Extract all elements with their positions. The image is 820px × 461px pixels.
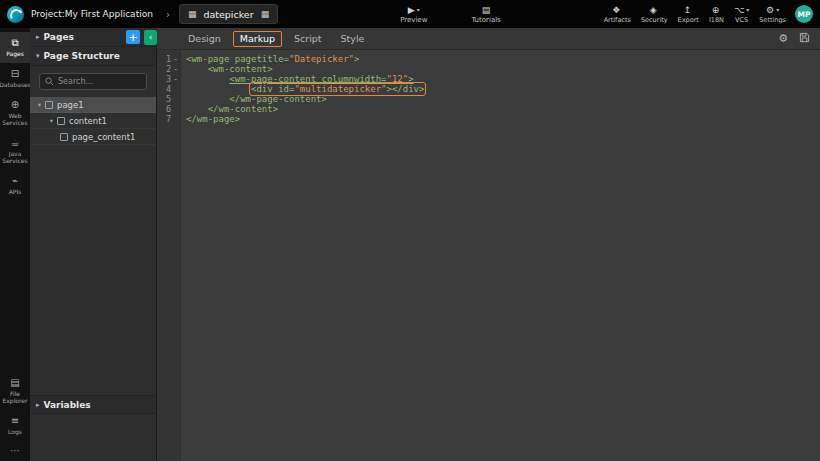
line-number: 6	[166, 104, 178, 114]
search-input[interactable]	[58, 77, 141, 86]
tree-item-label: page1	[57, 100, 84, 110]
widget-icon	[57, 117, 65, 125]
rail-item-java-services[interactable]: ☕ Java Services	[0, 132, 30, 170]
security-button[interactable]: ◈ Security	[641, 5, 668, 24]
rail-item-logs[interactable]: ≡ Logs	[0, 410, 30, 441]
code-line[interactable]: </wm-page-content>	[186, 94, 820, 104]
code-line[interactable]: </wm-content>	[186, 104, 820, 114]
rail-item-web-services[interactable]: ⊕ Web Services	[0, 94, 30, 132]
code-line[interactable]: <wm-page-content columnwidth="12">	[186, 74, 820, 84]
pages-section-title: Pages	[44, 32, 74, 42]
apps-grid-icon[interactable]: ▦	[261, 10, 270, 19]
tab-script[interactable]: Script	[287, 31, 329, 47]
rail-item-apis[interactable]: ⌁ APIs	[0, 170, 30, 201]
fold-marker-icon[interactable]: -	[173, 64, 178, 74]
code-line[interactable]: <wm-content>	[186, 64, 820, 74]
fold-marker-icon[interactable]: -	[173, 74, 178, 84]
chevron-right-icon: ›	[166, 9, 170, 20]
rail-label: Databases	[0, 81, 31, 88]
editor-tabbar: Design Markup Script Style ⚙	[157, 28, 820, 50]
main-area: Design Markup Script Style ⚙ 1-2-3-4567 …	[157, 28, 820, 461]
i18n-button[interactable]: ⊕ I18N	[709, 5, 724, 24]
page-tab-label: datepicker	[203, 9, 253, 20]
grid-icon: ▦	[188, 10, 197, 19]
database-icon: ⊟	[11, 68, 19, 79]
file-explorer-icon: ▤	[10, 377, 19, 388]
artifacts-button[interactable]: ❖ Artifacts	[604, 5, 631, 24]
java-services-icon: ☕	[11, 137, 20, 148]
rail-item-pages[interactable]: ⧉ Pages	[0, 32, 30, 63]
user-avatar[interactable]: MP	[795, 5, 813, 23]
line-number: 1-	[166, 54, 178, 64]
widget-icon	[60, 133, 68, 141]
topbar-right: ❖ Artifacts ◈ Security ↥ Export ⊕ I18N ⌥…	[604, 5, 786, 24]
vcs-label: VCS	[735, 16, 748, 24]
tree-item-label: content1	[69, 116, 107, 126]
chevron-down-icon[interactable]: ▾	[47, 117, 56, 125]
preview-button[interactable]: ▶ ▾ Preview	[400, 5, 427, 24]
i18n-label: I18N	[709, 16, 724, 24]
more-options-icon[interactable]: ⋯	[0, 441, 30, 461]
sidebar-spacer	[30, 145, 156, 395]
settings-button[interactable]: ⚙▾ Settings	[759, 5, 786, 24]
caret-icon: ▾	[776, 5, 779, 15]
page-icon	[45, 101, 53, 109]
tree-item-label: page_content1	[72, 132, 135, 142]
variables-section-title: Variables	[44, 400, 91, 410]
page-selector-tab[interactable]: ▦ datepicker ▦	[179, 4, 278, 24]
variables-section-header[interactable]: ▸ Variables	[30, 395, 156, 414]
tree-item-content1[interactable]: ▾ content1	[30, 113, 156, 129]
tree-item-page-content1[interactable]: page_content1	[30, 129, 156, 145]
line-number: 5	[166, 94, 178, 104]
section-arrow-icon: ▸	[36, 401, 40, 409]
tree-item-page1[interactable]: ▾ page1	[30, 97, 156, 113]
line-number: 4	[166, 84, 178, 94]
line-number: 7	[166, 114, 178, 124]
line-number: 3-	[166, 74, 178, 84]
collapse-panel-button[interactable]: ‹	[144, 30, 157, 45]
chevron-down-icon[interactable]: ▾	[35, 101, 44, 109]
topbar-center: ▶ ▾ Preview ▤ Tutorials	[400, 5, 501, 24]
vcs-button[interactable]: ⌥▾ VCS	[734, 5, 749, 24]
export-button[interactable]: ↥ Export	[678, 5, 699, 24]
branch-icon: ⌥	[734, 5, 744, 15]
pages-section-header[interactable]: ▸ Pages + ‹	[30, 28, 156, 47]
pages-sidebar: ▸ Pages + ‹ ▾ Page Structure ▾ page1	[30, 28, 157, 461]
rail-label: APIs	[9, 188, 22, 195]
code-lines[interactable]: <wm-page pagetitle="Datepicker"> <wm-con…	[181, 50, 820, 461]
code-line[interactable]: <div id="multidatepicker"></div>	[186, 84, 820, 94]
code-line[interactable]: </wm-page>	[186, 114, 820, 124]
pages-icon: ⧉	[11, 37, 18, 48]
settings-label: Settings	[759, 16, 786, 24]
tutorials-button[interactable]: ▤ Tutorials	[471, 5, 500, 24]
rail-item-file-explorer[interactable]: ▤ File Explorer	[0, 372, 30, 410]
apis-icon: ⌁	[12, 175, 18, 186]
tab-markup[interactable]: Markup	[233, 31, 282, 47]
security-icon: ◈	[650, 5, 657, 15]
code-line[interactable]: <wm-page pagetitle="Datepicker">	[186, 54, 820, 64]
top-bar: Project:My First Application › ▦ datepic…	[0, 0, 820, 28]
section-arrow-icon: ▾	[36, 52, 40, 60]
line-number: 2-	[166, 64, 178, 74]
editor-gutter: 1-2-3-4567	[157, 50, 181, 461]
caret-icon: ▾	[746, 5, 749, 15]
tab-style[interactable]: Style	[334, 31, 372, 47]
save-icon[interactable]	[799, 32, 810, 45]
section-arrow-icon: ▸	[36, 33, 40, 41]
web-services-icon: ⊕	[11, 99, 19, 110]
preview-icon: ▶	[408, 5, 415, 15]
rail-label: Java Services	[1, 150, 29, 164]
editor-settings-gear-icon[interactable]: ⚙	[778, 33, 788, 44]
rail-label: Web Services	[1, 112, 29, 126]
add-page-button[interactable]: +	[126, 30, 140, 44]
fold-marker-icon[interactable]: -	[173, 54, 178, 64]
app-window: Project:My First Application › ▦ datepic…	[0, 0, 820, 461]
export-icon: ↥	[683, 5, 691, 15]
preview-label: Preview	[400, 16, 427, 24]
tutorials-label: Tutorials	[471, 16, 500, 24]
tab-design[interactable]: Design	[181, 31, 228, 47]
page-structure-header[interactable]: ▾ Page Structure	[30, 47, 156, 66]
app-logo-icon[interactable]	[7, 6, 24, 23]
project-label: Project:My First Application	[31, 9, 153, 19]
rail-item-databases[interactable]: ⊟ Databases	[0, 63, 30, 94]
